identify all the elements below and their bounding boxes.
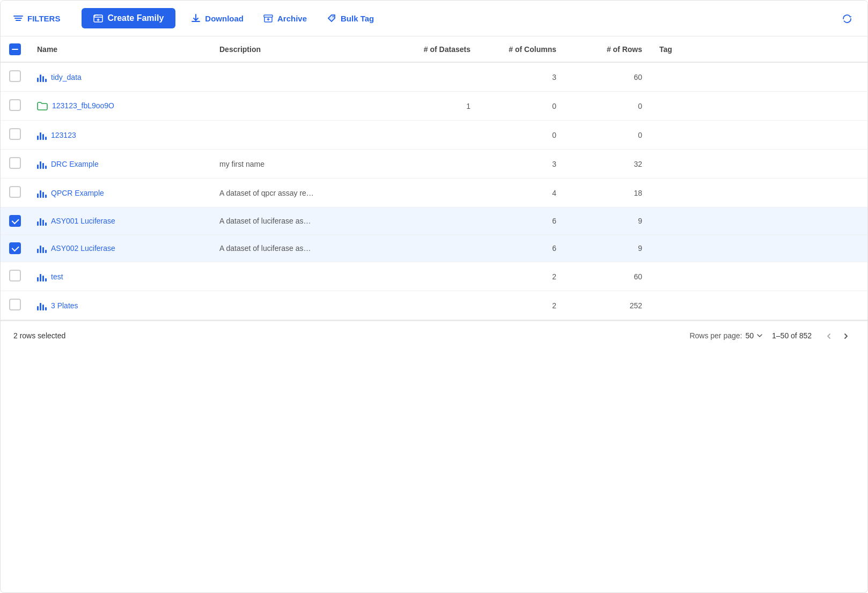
row-name-cell[interactable]: test: [28, 262, 211, 291]
download-label: Download: [205, 14, 244, 23]
prev-page-button[interactable]: [820, 329, 837, 343]
row-check-cell[interactable]: [1, 150, 28, 179]
bulk-tag-icon: [326, 13, 337, 24]
row-check-cell[interactable]: [1, 62, 28, 92]
row-name-cell[interactable]: ASY001 Luciferase: [28, 207, 211, 235]
row-name[interactable]: 3 Plates: [51, 301, 78, 310]
row-datasets-cell: [393, 62, 479, 92]
table-row: test 260: [1, 262, 867, 291]
row-rows-cell: 60: [565, 62, 651, 92]
row-name-cell[interactable]: DRC Example: [28, 150, 211, 179]
table-row: 123123 00: [1, 121, 867, 150]
row-name-cell[interactable]: 123123_fbL9oo9O: [28, 92, 211, 121]
row-rows-cell: 0: [565, 92, 651, 121]
row-rows-cell: 0: [565, 121, 651, 150]
row-check-cell[interactable]: [1, 179, 28, 207]
row-columns-cell: 4: [479, 179, 565, 207]
row-checkbox[interactable]: [9, 270, 21, 281]
row-columns-cell: 0: [479, 121, 565, 150]
row-checkbox[interactable]: [9, 299, 21, 310]
row-columns-cell: 6: [479, 207, 565, 235]
row-check-cell[interactable]: [1, 207, 28, 235]
table-row: 123123_fbL9oo9O 100: [1, 92, 867, 121]
rows-per-page-select[interactable]: 50: [745, 331, 763, 340]
row-datasets-cell: [393, 291, 479, 320]
row-checkbox[interactable]: [9, 99, 21, 111]
row-tag-cell: [651, 262, 867, 291]
row-tag-cell: [651, 291, 867, 320]
row-checkbox[interactable]: [9, 242, 21, 254]
download-button[interactable]: Download: [186, 11, 248, 26]
dataset-icon: [37, 301, 47, 310]
header-datasets: # of Datasets: [393, 36, 479, 62]
row-checkbox[interactable]: [9, 128, 21, 140]
row-columns-cell: 3: [479, 62, 565, 92]
rows-per-page-label: Rows per page:: [689, 331, 742, 340]
chevron-left-icon: [825, 332, 833, 340]
svg-rect-1: [264, 15, 273, 17]
row-columns-cell: 2: [479, 291, 565, 320]
refresh-button[interactable]: [840, 10, 855, 26]
download-icon: [190, 13, 201, 24]
row-name-cell[interactable]: ASY002 Luciferase: [28, 235, 211, 262]
row-checkbox[interactable]: [9, 70, 21, 82]
row-name[interactable]: 123123: [51, 131, 76, 139]
create-family-button[interactable]: Create Family: [82, 8, 175, 28]
row-datasets-cell: [393, 150, 479, 179]
filters-button[interactable]: FILTERS: [13, 14, 60, 23]
row-name[interactable]: QPCR Example: [51, 189, 104, 197]
row-checkbox[interactable]: [9, 157, 21, 169]
row-rows-cell: 60: [565, 262, 651, 291]
data-table: Name Description # of Datasets # of Colu…: [1, 36, 867, 320]
pagination-info: 1–50 of 852: [772, 331, 812, 340]
row-name[interactable]: tidy_data: [51, 73, 82, 81]
select-all-checkbox[interactable]: [9, 43, 21, 55]
table-row: DRC Example my first name332: [1, 150, 867, 179]
row-tag-cell: [651, 235, 867, 262]
row-tag-cell: [651, 150, 867, 179]
row-check-cell[interactable]: [1, 235, 28, 262]
header-check[interactable]: [1, 36, 28, 62]
row-check-cell[interactable]: [1, 121, 28, 150]
row-name[interactable]: test: [51, 272, 63, 281]
bulk-tag-label: Bulk Tag: [341, 14, 374, 23]
row-description-cell: my first name: [211, 150, 393, 179]
row-name-cell[interactable]: 3 Plates: [28, 291, 211, 320]
dataset-icon: [37, 130, 47, 140]
row-name-cell[interactable]: 123123: [28, 121, 211, 150]
row-check-cell[interactable]: [1, 291, 28, 320]
header-rows: # of Rows: [565, 36, 651, 62]
row-tag-cell: [651, 121, 867, 150]
table-row: tidy_data 360: [1, 62, 867, 92]
row-check-cell[interactable]: [1, 92, 28, 121]
row-name[interactable]: ASY002 Luciferase: [51, 244, 115, 253]
row-name-cell[interactable]: QPCR Example: [28, 179, 211, 207]
row-tag-cell: [651, 207, 867, 235]
dataset-icon: [37, 272, 47, 281]
footer: 2 rows selected Rows per page: 50 1–50 o…: [1, 320, 867, 350]
next-page-button[interactable]: [837, 329, 855, 343]
row-tag-cell: [651, 92, 867, 121]
row-name[interactable]: ASY001 Luciferase: [51, 217, 115, 225]
row-tag-cell: [651, 179, 867, 207]
row-tag-cell: [651, 62, 867, 92]
dataset-icon: [37, 243, 47, 253]
row-rows-cell: 32: [565, 150, 651, 179]
archive-button[interactable]: Archive: [259, 11, 311, 26]
row-checkbox[interactable]: [9, 186, 21, 198]
row-datasets-cell: [393, 235, 479, 262]
row-columns-cell: 3: [479, 150, 565, 179]
row-name[interactable]: 123123_fbL9oo9O: [52, 101, 114, 110]
dataset-icon: [37, 72, 47, 82]
row-datasets-cell: [393, 207, 479, 235]
row-description-cell: A dataset of luciferase as…: [211, 207, 393, 235]
bulk-tag-button[interactable]: Bulk Tag: [322, 11, 378, 26]
row-checkbox[interactable]: [9, 215, 21, 227]
row-description-cell: A dataset of qpcr assay re…: [211, 179, 393, 207]
header-name: Name: [28, 36, 211, 62]
row-name-cell[interactable]: tidy_data: [28, 62, 211, 92]
header-columns: # of Columns: [479, 36, 565, 62]
row-name[interactable]: DRC Example: [51, 160, 99, 168]
row-check-cell[interactable]: [1, 262, 28, 291]
header-description: Description: [211, 36, 393, 62]
